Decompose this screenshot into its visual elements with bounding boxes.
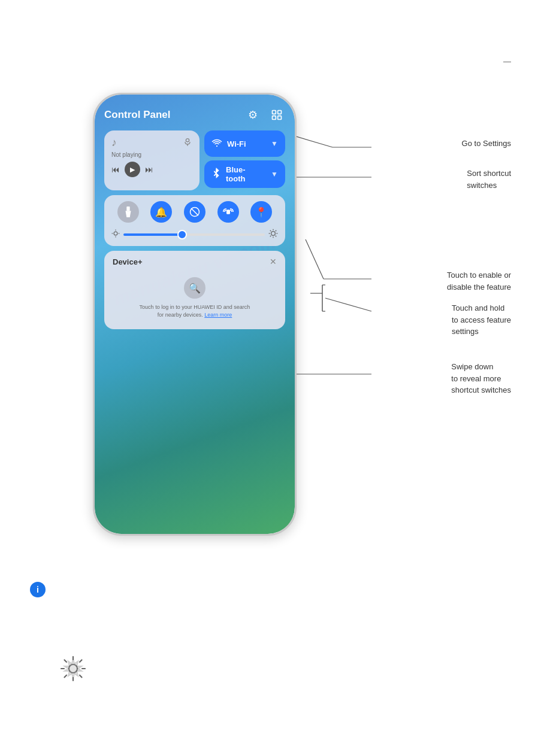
settings-icon[interactable]: ⚙ <box>244 107 261 123</box>
bluetooth-label: Blue-tooth <box>226 165 266 183</box>
wifi-arrow-icon: ▼ <box>271 139 278 148</box>
phone-screen: manualshu ve.com Control Panel ⚙ <box>95 95 295 534</box>
device-plus-header: Device+ ✕ <box>113 257 277 266</box>
play-button[interactable]: ▶ <box>125 162 140 177</box>
device-plus-search: 🔍 Touch to log in to your HUAWEI ID and … <box>113 272 277 323</box>
learn-more-link[interactable]: Learn more <box>204 312 232 318</box>
next-button[interactable]: ⏭ <box>145 165 153 174</box>
brightness-row <box>111 229 278 240</box>
action-card: 🔔 <box>104 195 285 246</box>
location-button[interactable]: 📍 <box>250 201 272 223</box>
device-plus-close-button[interactable]: ✕ <box>270 257 277 266</box>
svg-line-24 <box>191 208 198 215</box>
svg-rect-16 <box>273 116 276 120</box>
svg-line-4 <box>306 239 324 279</box>
svg-line-39 <box>276 230 276 231</box>
brightness-low-icon <box>111 229 120 239</box>
bluetooth-icon <box>211 167 221 181</box>
annotation-swipe-down: Swipe down to reveal more shortcut switc… <box>451 361 511 396</box>
wifi-card[interactable]: Wi-Fi ▼ <box>204 130 285 157</box>
svg-rect-15 <box>278 111 282 114</box>
notification-button[interactable]: 🔔 <box>150 201 172 223</box>
wifi-label: Wi-Fi <box>227 139 266 148</box>
info-section: i <box>30 582 46 597</box>
svg-line-36 <box>270 230 271 231</box>
cp-header: Control Panel ⚙ <box>104 107 285 123</box>
svg-marker-22 <box>125 211 131 217</box>
annotation-touch-enable: Touch to enable or disable the feature <box>447 269 511 293</box>
action-icons-row: 🔔 <box>111 201 278 223</box>
not-playing-label: Not playing <box>111 151 192 158</box>
svg-point-18 <box>186 138 189 141</box>
svg-point-31 <box>271 232 276 236</box>
annotation-go-to-settings: Go to Settings <box>462 138 511 150</box>
slider-thumb[interactable] <box>177 230 187 239</box>
prev-button[interactable]: ⏮ <box>111 165 120 174</box>
wifi-icon <box>211 137 222 150</box>
slider-fill <box>123 233 180 236</box>
phone-device: manualshu ve.com Control Panel ⚙ <box>93 93 297 536</box>
device-plus-card[interactable]: Device+ ✕ 🔍 Touch to log in to your HUAW… <box>104 251 285 329</box>
svg-rect-25 <box>226 210 229 214</box>
svg-line-38 <box>270 236 271 236</box>
svg-rect-17 <box>278 116 282 120</box>
annotation-sort-shortcut: Sort shortcut switches <box>467 168 511 191</box>
svg-point-20 <box>216 145 217 147</box>
settings-section <box>60 655 86 684</box>
svg-point-26 <box>114 232 117 235</box>
phone-body: manualshu ve.com Control Panel ⚙ <box>93 93 297 536</box>
device-plus-label: Device+ <box>113 257 143 266</box>
nfc-button[interactable] <box>217 201 239 223</box>
connectivity-cards: Wi-Fi ▼ Blue-tooth ▼ <box>204 130 285 190</box>
flashlight-button[interactable] <box>117 201 139 223</box>
cp-icons: ⚙ <box>244 107 285 123</box>
bluetooth-card[interactable]: Blue-tooth ▼ <box>204 160 285 188</box>
page-number: — <box>503 57 511 66</box>
svg-line-37 <box>276 236 276 236</box>
annotation-touch-hold: Touch and hold to access feature setting… <box>452 302 511 338</box>
dnd-button[interactable] <box>184 201 205 223</box>
bluetooth-arrow-icon: ▼ <box>271 170 278 178</box>
media-icon-row: ♪ <box>111 136 192 149</box>
edit-icon[interactable] <box>268 107 285 123</box>
mic-icon <box>183 137 192 149</box>
search-icon: 🔍 <box>184 277 205 299</box>
svg-rect-21 <box>126 207 129 211</box>
media-controls: ⏮ ▶ ⏭ <box>111 162 192 177</box>
quick-tiles: ♪ Not playing ⏮ <box>104 130 285 190</box>
info-icon: i <box>30 582 46 597</box>
device-plus-description: Touch to log in to your HUAWEI ID and se… <box>140 303 250 318</box>
brightness-slider[interactable] <box>123 233 265 236</box>
control-panel: Control Panel ⚙ <box>95 95 295 339</box>
svg-line-10 <box>325 298 371 311</box>
svg-rect-14 <box>273 111 276 114</box>
music-note-icon: ♪ <box>111 136 117 149</box>
cp-title: Control Panel <box>104 109 171 121</box>
settings-icon-large <box>60 655 86 682</box>
brightness-high-icon <box>268 229 278 240</box>
media-card[interactable]: ♪ Not playing ⏮ <box>104 130 200 190</box>
